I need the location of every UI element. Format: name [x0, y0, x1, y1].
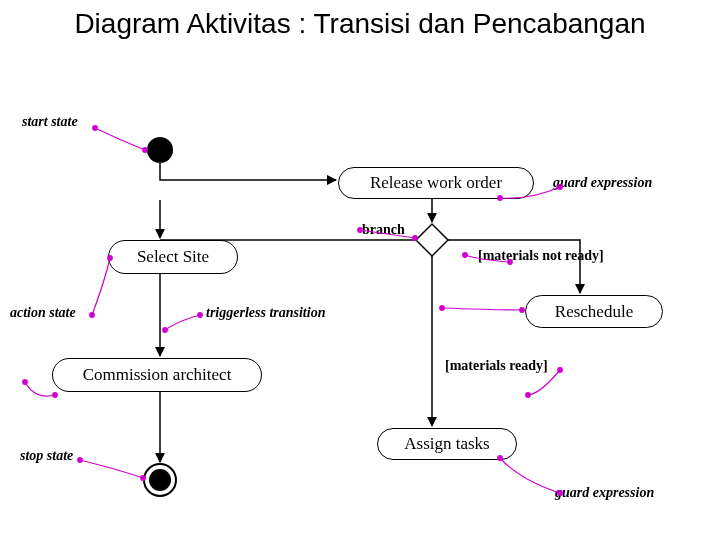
- label-guard-expression-1: guard expression: [553, 175, 652, 191]
- page-title: Diagram Aktivitas : Transisi dan Pencaba…: [0, 8, 720, 40]
- activity-commission-architect: Commission architect: [52, 358, 262, 392]
- label-triggerless-transition: triggerless transition: [206, 305, 325, 321]
- activity-reschedule: Reschedule: [525, 295, 663, 328]
- pointer-triggerless: [165, 315, 200, 330]
- activity-select-site: Select Site: [108, 240, 238, 274]
- pointer-commission: [25, 382, 55, 396]
- pointer-stop-state: [80, 460, 143, 478]
- guard-materials-not-ready: [materials not ready]: [478, 248, 604, 264]
- stop-state-icon: [144, 464, 176, 496]
- svg-point-1: [149, 469, 171, 491]
- label-action-state: action state: [10, 305, 76, 321]
- decision-diamond-icon: [416, 224, 448, 256]
- activity-release-work-order: Release work order: [338, 167, 534, 199]
- pointer-reschedule: [442, 308, 522, 310]
- start-state-icon: [147, 137, 173, 163]
- label-start-state: start state: [22, 114, 78, 130]
- pointer-start-state: [95, 128, 145, 150]
- label-branch: branch: [362, 222, 405, 238]
- activity-assign-tasks: Assign tasks: [377, 428, 517, 460]
- guard-materials-ready: [materials ready]: [445, 358, 548, 374]
- pointer-action-state: [92, 258, 110, 315]
- pointer-guard-2: [500, 458, 560, 493]
- label-guard-expression-2: guard expression: [555, 485, 654, 501]
- diagram-canvas: [0, 0, 720, 540]
- label-stop-state: stop state: [20, 448, 73, 464]
